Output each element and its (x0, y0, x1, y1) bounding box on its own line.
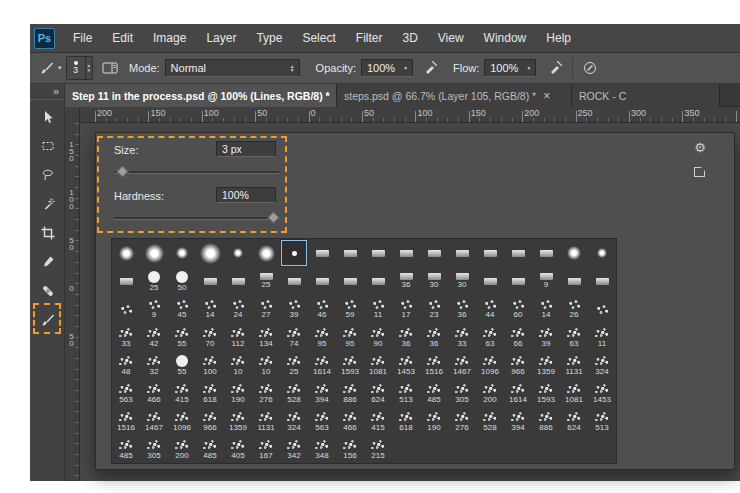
document-tab[interactable]: Step 11 in the process.psd @ 100% (Lines… (65, 84, 337, 107)
brush-preset-cell[interactable]: 528 (476, 407, 504, 435)
eyedropper-tool[interactable] (30, 247, 65, 276)
brush-preset-cell[interactable]: 46 (308, 295, 336, 323)
brush-preset-cell[interactable]: 528 (280, 379, 308, 407)
brush-preset-cell[interactable]: 405 (224, 435, 252, 463)
brush-preset-cell[interactable]: 563 (308, 407, 336, 435)
vertical-ruler[interactable]: 15010050050 (65, 123, 80, 481)
brush-preset-cell[interactable]: 1593 (336, 351, 364, 379)
document-tab[interactable]: steps.psd @ 66.7% (Layer 105, RGB/8) *× (337, 84, 572, 107)
brush-preset-cell[interactable]: 324 (280, 407, 308, 435)
brush-preset-cell[interactable] (392, 239, 420, 267)
size-field[interactable]: 3 px (216, 141, 276, 157)
stepper-down-icon[interactable]: ▾ (88, 68, 91, 73)
brush-preset-cell[interactable]: 39 (280, 295, 308, 323)
brush-preset-cell[interactable]: 36 (392, 267, 420, 295)
brush-preset-cell[interactable]: 17 (392, 295, 420, 323)
crop-tool[interactable] (30, 218, 65, 247)
brush-preset-cell[interactable] (308, 239, 336, 267)
brush-preset-cell[interactable]: 966 (196, 407, 224, 435)
brush-preset-cell[interactable]: 415 (364, 407, 392, 435)
brush-preset-cell[interactable]: 11 (364, 295, 392, 323)
close-tab-icon[interactable]: × (543, 89, 550, 103)
brush-preset-cell[interactable] (476, 239, 504, 267)
horizontal-ruler[interactable]: 20015010050050100150200250300350 (65, 107, 740, 123)
brush-preset-cell[interactable] (140, 239, 168, 267)
flow-select[interactable]: 100% ▾ (484, 59, 536, 77)
brush-preset-cell[interactable] (420, 239, 448, 267)
brush-preset-cell[interactable]: 156 (336, 435, 364, 463)
brush-preset-cell[interactable] (336, 267, 364, 295)
brush-preset-cell[interactable] (364, 267, 392, 295)
brush-preset-cell[interactable]: 1096 (168, 407, 196, 435)
brush-preset-cell[interactable]: 39 (532, 323, 560, 351)
brush-preset-cell[interactable]: 55 (168, 323, 196, 351)
brush-preset-cell[interactable]: 63 (476, 323, 504, 351)
size-slider-handle[interactable] (116, 165, 129, 178)
brush-preset-cell[interactable]: 886 (336, 379, 364, 407)
brush-preset-cell[interactable] (224, 267, 252, 295)
brush-preset-cell[interactable] (112, 239, 140, 267)
brush-preset-cell[interactable]: 42 (140, 323, 168, 351)
brush-preset-cell[interactable]: 276 (252, 379, 280, 407)
brush-preset-cell[interactable]: 485 (196, 435, 224, 463)
brush-preset-cell[interactable]: 90 (364, 323, 392, 351)
brush-preset-cell[interactable]: 1359 (224, 407, 252, 435)
brush-preset-cell[interactable]: 466 (336, 407, 364, 435)
brush-preset-cell[interactable]: 1593 (532, 379, 560, 407)
brush-preset-cell[interactable]: 200 (476, 379, 504, 407)
menu-3d[interactable]: 3D (392, 31, 427, 45)
brush-preset-cell[interactable]: 24 (224, 295, 252, 323)
brush-preset-cell[interactable]: 513 (392, 379, 420, 407)
brush-preset-cell[interactable]: 1131 (252, 407, 280, 435)
menu-type[interactable]: Type (246, 31, 292, 45)
brush-preset-cell[interactable]: 305 (140, 435, 168, 463)
brush-tool-icon[interactable] (38, 59, 56, 77)
brush-preset-cell[interactable]: 33 (112, 323, 140, 351)
toggle-brush-panel-icon[interactable] (101, 59, 119, 77)
menu-layer[interactable]: Layer (196, 31, 246, 45)
brush-preset-cell[interactable]: 30 (448, 267, 476, 295)
brush-preset-cell[interactable] (168, 239, 196, 267)
rectangular-marquee-tool[interactable] (30, 131, 65, 160)
brush-preset-cell[interactable]: 1516 (420, 351, 448, 379)
menu-view[interactable]: View (428, 31, 474, 45)
brush-preset-cell[interactable]: 25 (252, 267, 280, 295)
brush-preset-cell[interactable]: 348 (308, 435, 336, 463)
brush-preset-cell[interactable]: 27 (252, 295, 280, 323)
healing-brush-tool[interactable] (30, 276, 65, 305)
brush-preset-cell[interactable]: 10 (252, 351, 280, 379)
brush-preset-cell[interactable]: 485 (420, 379, 448, 407)
mode-select[interactable]: Normal ▴▾ (165, 59, 300, 77)
airbrush-flow-icon[interactable] (546, 59, 564, 77)
hardness-slider-handle[interactable] (267, 211, 280, 224)
brush-preset-cell[interactable]: 60 (504, 295, 532, 323)
brush-preset-picker-button[interactable]: 3 ▴ ▾ (66, 56, 94, 80)
brush-preset-cell[interactable]: 1453 (588, 379, 616, 407)
menu-file[interactable]: File (63, 31, 102, 45)
brush-preset-cell[interactable] (560, 239, 588, 267)
brush-preset-cell[interactable]: 11 (588, 323, 616, 351)
pen-pressure-icon[interactable] (581, 59, 599, 77)
canvas-area[interactable]: Size: 3 px Hardness: 100% ⚙ 255025363030… (80, 123, 740, 481)
menu-edit[interactable]: Edit (102, 31, 143, 45)
brush-preset-cell[interactable]: 394 (308, 379, 336, 407)
brush-preset-cell[interactable] (224, 239, 252, 267)
brush-preset-cell[interactable] (448, 239, 476, 267)
brush-preset-cell[interactable]: 190 (420, 407, 448, 435)
brush-preset-cell[interactable]: 70 (196, 323, 224, 351)
brush-preset-cell[interactable]: 1614 (504, 379, 532, 407)
airbrush-opacity-icon[interactable] (421, 59, 439, 77)
brush-preset-cell[interactable] (364, 239, 392, 267)
brush-preset-cell[interactable]: 276 (448, 407, 476, 435)
menu-select[interactable]: Select (292, 31, 345, 45)
brush-preset-cell[interactable]: 485 (112, 435, 140, 463)
brush-preset-cell[interactable] (196, 239, 224, 267)
brush-preset-cell[interactable]: 1467 (448, 351, 476, 379)
brush-preset-cell[interactable]: 215 (364, 435, 392, 463)
hardness-slider[interactable] (114, 217, 279, 220)
create-new-brush-icon[interactable] (694, 167, 705, 177)
brush-preset-cell[interactable]: 74 (280, 323, 308, 351)
brush-preset-cell[interactable] (252, 239, 280, 267)
brush-preset-cell[interactable] (112, 295, 140, 323)
brush-preset-cell[interactable] (504, 267, 532, 295)
